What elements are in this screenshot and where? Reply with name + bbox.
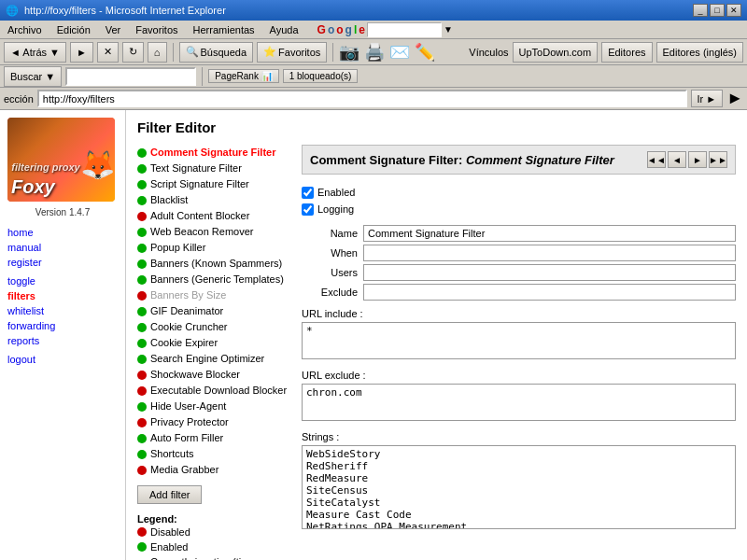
filter-label: Adult Content Blocker [150,208,249,224]
filter-item[interactable]: Shockwave Blocker [137,367,287,383]
stop-button[interactable]: ✕ [97,42,119,63]
sidebar-version: Version 1.4.7 [7,207,118,217]
url-exclude-area: chron.com [302,384,736,424]
filter-item[interactable]: Banners (Known Spammers) [137,256,287,272]
filter-item[interactable]: Script Signature Filter [137,176,287,192]
filter-dot [137,339,147,348]
filter-dot [137,355,147,364]
address-input[interactable] [37,90,687,107]
legend-inactive: Currently inactive (time condition) [137,554,287,560]
filter-label: Banners (Known Spammers) [150,256,282,272]
blocked-badge[interactable]: 1 bloqueado(s) [283,69,359,83]
search-button[interactable]: 🔍 Búsqueda [179,42,254,63]
filter-item[interactable]: Cookie Cruncher [137,319,287,335]
filter-item[interactable]: Shortcuts [137,446,287,462]
menu-ver[interactable]: Ver [102,23,125,36]
sidebar-item-reports[interactable]: reports [7,333,118,348]
filter-label: Comment Signature Filter [150,145,275,161]
filter-dot [137,418,147,427]
menu-herramientas[interactable]: Herramientas [190,23,259,36]
menu-edicion[interactable]: Edición [53,23,94,36]
filter-item[interactable]: Comment Signature Filter [137,145,287,161]
search-input[interactable] [65,67,196,86]
menu-archivo[interactable]: Archivo [4,23,46,36]
toolbar-sep-3 [202,67,203,86]
sidebar-item-manual[interactable]: manual [7,240,118,255]
sidebar-item-logout[interactable]: logout [7,352,118,367]
filter-dot [137,244,147,253]
filter-item[interactable]: Popup Killer [137,240,287,256]
sidebar-item-home[interactable]: home [7,225,118,240]
when-input[interactable] [363,245,736,261]
uptodown-button[interactable]: UpToDown.com [513,42,599,63]
toolbar: ◄ Atrás ▼ ► ✕ ↻ ⌂ 🔍 Búsqueda ⭐ Favoritos… [0,39,747,65]
filter-item[interactable]: Adult Content Blocker [137,208,287,224]
filter-item[interactable]: Banners (Generic Templates) [137,272,287,287]
menu-ayuda[interactable]: Ayuda [266,23,303,36]
toolbar-sep-2 [332,43,333,62]
close-button[interactable]: ✕ [726,4,741,17]
sidebar-nav: home manual register toggle filters whit… [7,225,118,367]
filter-item[interactable]: Banners By Size [137,287,287,303]
filter-item[interactable]: Privacy Protector [137,414,287,430]
google-search-input[interactable] [367,22,442,37]
buscar-button[interactable]: Buscar ▼ [4,66,62,87]
filter-dot [137,323,147,332]
sidebar-item-whitelist[interactable]: whitelist [7,303,118,318]
address-label: ección [4,93,34,105]
back-button[interactable]: ◄ Atrás ▼ [4,42,66,63]
editores-button[interactable]: Editores [601,42,652,63]
nav-next-button[interactable]: ► [688,151,707,168]
filter-item[interactable]: GIF Deanimator [137,303,287,319]
home-button[interactable]: ⌂ [148,42,167,63]
name-input[interactable] [363,225,736,242]
pagerank-area[interactable]: PageRank 📊 [208,69,278,83]
sidebar-item-filters[interactable]: filters [7,288,118,303]
filter-item[interactable]: Web Beacon Remover [137,224,287,240]
filter-item[interactable]: Auto Form Filler [137,430,287,446]
filter-item[interactable]: Media Grabber [137,462,287,478]
filter-dot [137,434,147,443]
go-button[interactable]: Ir ► [691,90,724,107]
refresh-button[interactable]: ↻ [122,42,144,63]
exclude-label: Exclude [302,287,358,298]
filter-item[interactable]: Blacklist [137,192,287,208]
filter-item[interactable]: Search Engine Optimizer [137,351,287,367]
nav-last-button[interactable]: ►► [709,151,727,168]
minimize-button[interactable]: _ [693,4,708,17]
nav-prev-button[interactable]: ◄ [668,151,686,168]
filter-label: Shortcuts [150,446,193,462]
sidebar-item-register[interactable]: register [7,255,118,270]
filter-item[interactable]: Cookie Expirer [137,335,287,351]
logging-checkbox[interactable] [302,203,314,216]
enabled-checkbox[interactable] [302,187,314,199]
forward-button[interactable]: ► [70,42,93,63]
legend-area: Legend: Disabled Enabled Currently inact… [137,513,287,560]
url-include-label: URL include : [302,308,736,319]
filter-item[interactable]: Text Signature Filter [137,161,287,176]
filter-dot [137,402,147,412]
sidebar-logo: filtering proxy 🦊 Foxy [7,118,115,202]
sidebar-item-toggle[interactable]: toggle [7,273,118,288]
filter-label: Media Grabber [150,462,218,478]
url-exclude-textarea[interactable]: chron.com [302,384,736,421]
filter-dot [137,180,147,189]
filter-dot [137,450,147,459]
filter-item[interactable]: Hide User-Agent [137,399,287,414]
links-label: Vínculos [469,47,508,58]
filter-label: Cookie Expirer [150,335,218,351]
url-include-textarea[interactable]: * [302,322,736,359]
exclude-input[interactable] [363,284,736,301]
add-filter-button[interactable]: Add filter [137,485,202,504]
window-title: http://foxy/filters - Microsoft Internet… [24,5,226,16]
editores-ing-button[interactable]: Editores (inglés) [656,42,743,63]
filter-item[interactable]: Executable Download Blocker [137,383,287,399]
filter-label: Auto Form Filler [150,430,223,446]
menu-favoritos[interactable]: Favoritos [132,23,181,36]
sidebar-item-forwarding[interactable]: forwarding [7,318,118,333]
favorites-button[interactable]: ⭐ Favoritos [257,42,327,63]
maximize-button[interactable]: □ [710,4,725,17]
users-input[interactable] [363,264,736,281]
strings-textarea[interactable]: WebSideStory RedSheriff RedMeasure SiteC… [302,445,736,529]
nav-first-button[interactable]: ◄◄ [647,151,666,168]
